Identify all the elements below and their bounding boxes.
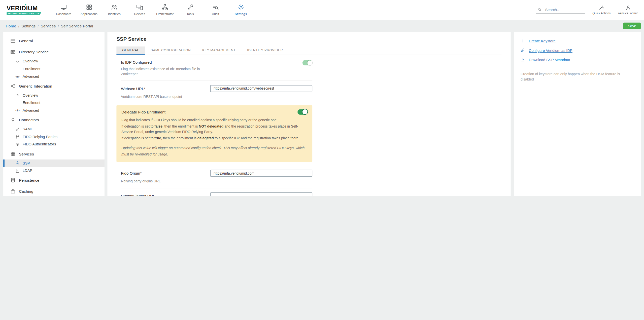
breadcrumb-home[interactable]: Home bbox=[6, 24, 16, 28]
websec-url-input[interactable] bbox=[210, 85, 312, 92]
sidebar-item-generic-advanced[interactable]: </>Advanced bbox=[3, 107, 105, 114]
sidebar-item-fido-relying-parties[interactable]: FIDO Relying Parties bbox=[3, 133, 105, 141]
sidebar-item-connectors[interactable]: Connectors bbox=[3, 114, 105, 125]
tab-general[interactable]: GENERAL bbox=[116, 47, 145, 55]
quick-actions-icon bbox=[599, 5, 604, 10]
field-row-is-idp-configured: Is IDP Configured Flag that indicates ex… bbox=[121, 56, 312, 80]
nav-item-settings[interactable]: Settings bbox=[228, 0, 253, 20]
is-idp-configured-toggle[interactable] bbox=[302, 60, 312, 65]
search-box[interactable] bbox=[536, 6, 585, 13]
field-label-custom-logout-url: Custom logout URL bbox=[121, 192, 210, 196]
code-icon: </> bbox=[15, 109, 20, 112]
primary-nav: Dashboard Applications Identities Device… bbox=[51, 0, 254, 20]
book-icon bbox=[15, 168, 20, 173]
sidebar-item-fido-authenticators[interactable]: FIDO Authenticators bbox=[3, 141, 105, 148]
sidebar-item-label: SAML bbox=[23, 127, 33, 131]
save-button[interactable]: Save bbox=[623, 23, 641, 29]
logo-dot bbox=[25, 4, 26, 6]
sidebar-item-label: Generic Integration bbox=[19, 84, 52, 88]
nav-right: Quick Actions aencica_admin bbox=[536, 5, 644, 15]
link-icon bbox=[521, 48, 525, 53]
quick-actions-button[interactable]: Quick Actions bbox=[592, 5, 611, 15]
tools-icon bbox=[187, 4, 194, 11]
sidebar-item-ssp[interactable]: SSP bbox=[3, 159, 105, 167]
sidebar-item-label: Persistence bbox=[19, 178, 39, 182]
field-row-fido-origin: Fido Origin* Relying party origins URL bbox=[121, 166, 312, 188]
code-icon: </> bbox=[15, 75, 20, 78]
key-icon bbox=[15, 127, 20, 131]
user-icon bbox=[625, 5, 631, 10]
sidebar-item-generic-overview[interactable]: Overview bbox=[3, 92, 105, 99]
application-window: VERIDIUM TRUSTED DIGITAL IDENTITY Dashbo… bbox=[0, 0, 644, 196]
sidebar-item-ldap[interactable]: LDAP bbox=[3, 167, 105, 174]
sidebar-item-directory-overview[interactable]: Overview bbox=[3, 58, 105, 65]
logo-title: VERIDIUM bbox=[7, 5, 46, 11]
settings-icon bbox=[237, 4, 244, 11]
sidebar-item-directory-enrollment[interactable]: Enrollment bbox=[3, 65, 105, 73]
nav-item-tools[interactable]: Tools bbox=[178, 0, 203, 20]
page-title: SSP Service bbox=[116, 36, 501, 42]
toggle-knob bbox=[302, 109, 307, 114]
sidebar-item-directory-service[interactable]: Directory Service bbox=[3, 47, 105, 58]
sidebar-item-label: FIDO Authenticators bbox=[23, 142, 56, 146]
sidebar-item-label: Overview bbox=[23, 59, 38, 63]
row-divider bbox=[121, 103, 312, 103]
top-navigation: VERIDIUM TRUSTED DIGITAL IDENTITY Dashbo… bbox=[0, 0, 644, 20]
nav-item-identities[interactable]: Identities bbox=[102, 0, 127, 20]
nav-item-label: Audit bbox=[212, 12, 219, 16]
field-row-custom-logout-url: Custom logout URL Leave empty for defaul… bbox=[121, 188, 312, 196]
orchestrator-icon bbox=[161, 4, 168, 11]
nav-item-audit[interactable]: Audit bbox=[203, 0, 228, 20]
enrollment-icon bbox=[15, 101, 20, 105]
nav-item-dashboard[interactable]: Dashboard bbox=[51, 0, 76, 20]
tab-saml-configuration[interactable]: SAML CONFIGURATION bbox=[145, 47, 196, 55]
field-desc-websec-url: Veridium core REST API base endpoint bbox=[121, 94, 210, 99]
plug-icon bbox=[10, 117, 16, 123]
delegate-fido-enrollment-toggle[interactable] bbox=[297, 109, 307, 115]
tab-key-management[interactable]: KEY MANAGEMENT bbox=[196, 47, 241, 55]
sidebar-item-persistence[interactable]: Persistence bbox=[3, 175, 105, 186]
nav-item-orchestrator[interactable]: Orchestrator bbox=[152, 0, 178, 20]
sidebar-item-services[interactable]: Services bbox=[3, 148, 105, 159]
applications-icon bbox=[85, 4, 92, 11]
veridium-logo[interactable]: VERIDIUM TRUSTED DIGITAL IDENTITY bbox=[7, 5, 46, 15]
breadcrumb-services[interactable]: Services bbox=[41, 24, 56, 28]
audit-icon bbox=[212, 4, 219, 11]
field-label-websec-url: Websec URL* bbox=[121, 85, 210, 92]
identities-icon bbox=[111, 4, 118, 11]
nav-item-devices[interactable]: Devices bbox=[127, 0, 152, 20]
breadcrumb-settings[interactable]: Settings bbox=[21, 24, 36, 28]
sidebar-item-saml[interactable]: SAML bbox=[3, 125, 105, 133]
nav-item-applications[interactable]: Applications bbox=[76, 0, 101, 20]
sidebar-item-caching[interactable]: Caching bbox=[3, 186, 105, 196]
grid-icon bbox=[10, 151, 16, 156]
user-menu[interactable]: aencica_admin bbox=[618, 5, 638, 15]
enrollment-icon bbox=[15, 67, 20, 71]
nav-item-label: Settings bbox=[235, 12, 247, 16]
sidebar-item-label: Enrollment bbox=[23, 67, 40, 71]
overview-icon bbox=[15, 59, 20, 64]
dashboard-icon bbox=[60, 4, 67, 11]
idcard-icon bbox=[10, 49, 16, 55]
search-icon bbox=[537, 7, 542, 12]
sidebar-item-generic-integration[interactable]: Generic Integration bbox=[3, 80, 105, 91]
search-input[interactable] bbox=[544, 7, 583, 12]
custom-logout-url-input[interactable] bbox=[210, 192, 312, 196]
create-keystore-link[interactable]: Create Keystore bbox=[521, 36, 634, 46]
fido-origin-input[interactable] bbox=[210, 170, 312, 177]
sidebar-item-label: SSP bbox=[23, 161, 30, 165]
username-label: aencica_admin bbox=[618, 11, 638, 15]
download-icon bbox=[521, 58, 525, 62]
sidebar-item-directory-advanced[interactable]: </>Advanced bbox=[3, 73, 105, 80]
configure-veridium-as-idp-link[interactable]: Configure Veridium as IDP bbox=[521, 46, 634, 55]
tab-identity-provider[interactable]: IDENTITY PROVIDER bbox=[241, 47, 289, 55]
field-label-delegate-fido-enrollment: Delegate Fido Enrollment bbox=[121, 110, 297, 114]
logo-tagline: TRUSTED DIGITAL IDENTITY bbox=[7, 12, 41, 15]
sidebar-item-general[interactable]: General bbox=[3, 35, 105, 47]
sidebar-item-label: Advanced bbox=[23, 108, 39, 112]
sidebar-item-label: Directory Service bbox=[19, 50, 49, 54]
sidebar-item-generic-enrollment[interactable]: Enrollment bbox=[3, 99, 105, 107]
field-desc-is-idp-configured: Flag that indicates existence of IdP met… bbox=[121, 67, 210, 77]
download-ssp-metadata-link[interactable]: Download SSP Metadata bbox=[521, 55, 634, 65]
database-icon bbox=[10, 177, 16, 183]
